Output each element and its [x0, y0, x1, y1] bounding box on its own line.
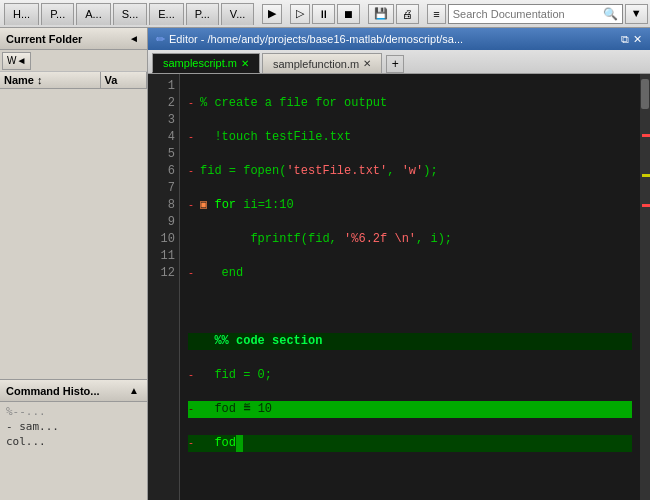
code-line: - fprintf(fid, '%6.2f \n', i);: [188, 231, 632, 248]
editor-undock-btn[interactable]: ⧉: [621, 33, 629, 46]
toolbar-tab-p2[interactable]: P...: [186, 3, 219, 25]
current-folder-panel: Current Folder ◄ W◄ Name ↕ Va: [0, 28, 147, 380]
code-content: -% create a file for output - !touch tes…: [180, 74, 640, 500]
editor-titlebar: ✏ Editor - /home/andy/projects/base16-ma…: [148, 28, 650, 50]
cmd-history-content: %--... - sam... col...: [0, 402, 147, 500]
folder-table: Name ↕ Va: [0, 72, 147, 379]
left-panel: Current Folder ◄ W◄ Name ↕ Va: [0, 28, 148, 500]
toolbar-tab-e[interactable]: E...: [149, 3, 184, 25]
toolbar-print[interactable]: 🖨: [396, 4, 419, 24]
list-item[interactable]: %--...: [6, 404, 141, 419]
editor-code-area[interactable]: 123456 789101112 -% create a file for ou…: [148, 74, 650, 500]
code-line: - !touch testFile.txt: [188, 129, 632, 146]
code-line: -: [188, 299, 632, 316]
filter-button[interactable]: ▼: [625, 4, 648, 24]
cmd-history-header: Command Histo... ▲: [0, 380, 147, 402]
play-button[interactable]: ▶: [262, 4, 282, 24]
line-numbers: 123456 789101112: [148, 74, 180, 500]
toolbar-arrow[interactable]: ≡: [427, 4, 445, 24]
tab-samplefunction[interactable]: samplefunction.m ✕: [262, 53, 382, 73]
editor-scrollbar[interactable]: [640, 74, 650, 500]
editor-tabs: samplescript.m ✕ samplefunction.m ✕ +: [148, 50, 650, 74]
code-line: - fod: [188, 435, 632, 452]
search-input[interactable]: [453, 8, 603, 20]
toolbar-tab-v[interactable]: V...: [221, 3, 255, 25]
code-line: -: [188, 469, 632, 486]
current-folder-title: Current Folder: [6, 33, 127, 45]
tab-close-icon[interactable]: ✕: [363, 58, 371, 69]
scrollbar-mark: [642, 134, 650, 137]
col-name-header: Name ↕: [0, 72, 100, 89]
right-panel: ✏ Editor - /home/andy/projects/base16-ma…: [148, 28, 650, 500]
folder-nav-btn[interactable]: W◄: [2, 52, 31, 70]
list-item[interactable]: - sam...: [6, 419, 141, 434]
current-folder-header: Current Folder ◄: [0, 28, 147, 50]
scrollbar-thumb: [641, 79, 649, 109]
toolbar-extra1[interactable]: ▷: [290, 4, 310, 24]
cmd-history-title: Command Histo...: [6, 385, 127, 397]
cmd-history-panel: Command Histo... ▲ %--... - sam... col..…: [0, 380, 147, 500]
current-folder-collapse[interactable]: ◄: [127, 33, 141, 44]
code-line: -▣ for ii=1:10: [188, 197, 632, 214]
search-box[interactable]: 🔍: [448, 4, 623, 24]
scrollbar-mark: [642, 174, 650, 177]
code-line: - end: [188, 265, 632, 282]
toolbar-tab-home[interactable]: H...: [4, 3, 39, 25]
editor-close-btn[interactable]: ✕: [633, 33, 642, 46]
list-item[interactable]: col...: [6, 434, 141, 449]
code-line: -% create a file for output: [188, 95, 632, 112]
toolbar: H... P... A... S... E... P... V... ▶ ▷ ⏸…: [0, 0, 650, 28]
toolbar-save[interactable]: 💾: [368, 4, 394, 24]
toolbar-tab-p[interactable]: P...: [41, 3, 74, 25]
code-line: -fid = fopen('testFile.txt', 'w');: [188, 163, 632, 180]
tab-close-icon[interactable]: ✕: [241, 58, 249, 69]
editor-title: Editor - /home/andy/projects/base16-matl…: [169, 33, 617, 45]
tab-label: samplefunction.m: [273, 58, 359, 70]
tab-samplescript[interactable]: samplescript.m ✕: [152, 53, 260, 73]
toolbar-tab-s[interactable]: S...: [113, 3, 148, 25]
code-line: - %% code section: [188, 333, 632, 350]
editor-area: ✏ Editor - /home/andy/projects/base16-ma…: [148, 28, 650, 500]
code-line: - fod ≝ 10: [188, 401, 632, 418]
search-icon: 🔍: [603, 7, 618, 21]
col-value-header: Va: [100, 72, 147, 89]
toolbar-extra3[interactable]: ⏹: [337, 4, 360, 24]
editor-icon: ✏: [156, 33, 165, 46]
cmd-history-collapse[interactable]: ▲: [127, 385, 141, 396]
folder-toolbar: W◄: [0, 50, 147, 72]
toolbar-tab-a[interactable]: A...: [76, 3, 111, 25]
tab-label: samplescript.m: [163, 57, 237, 69]
toolbar-extra2[interactable]: ⏸: [312, 4, 335, 24]
code-line: - fid = 0;: [188, 367, 632, 384]
main-layout: Current Folder ◄ W◄ Name ↕ Va: [0, 28, 650, 500]
tab-add-button[interactable]: +: [386, 55, 404, 73]
scrollbar-mark: [642, 204, 650, 207]
